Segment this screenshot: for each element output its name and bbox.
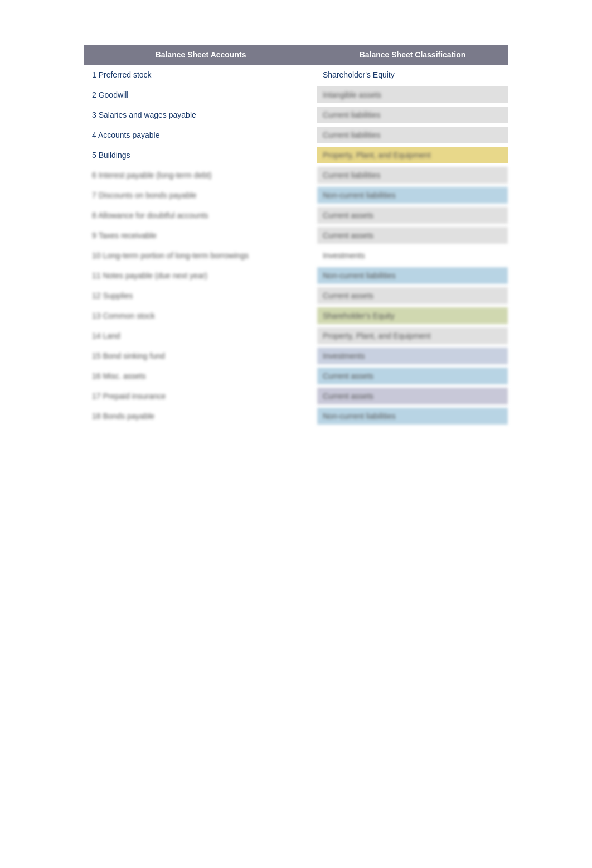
classification-cell-1: Shareholder's Equity xyxy=(317,66,508,83)
classification-cell-13: Shareholder's Equity xyxy=(317,307,508,324)
classification-cell-9: Current assets xyxy=(317,227,508,244)
classification-cell-4: Current liabilities xyxy=(317,127,508,143)
table-row: 17 Prepaid insurance Current assets xyxy=(84,386,508,406)
account-cell-5: 5 Buildings xyxy=(84,147,317,163)
table-header: Balance Sheet Accounts Balance Sheet Cla… xyxy=(84,45,508,65)
table-row: 16 Misc. assets Current assets xyxy=(84,366,508,386)
classification-cell-6: Current liabilities xyxy=(317,167,508,184)
col-account-header: Balance Sheet Accounts xyxy=(84,45,317,65)
table-row: 10 Long-term portion of long-term borrow… xyxy=(84,245,508,266)
classification-cell-11: Non-current liabilities xyxy=(317,267,508,284)
account-cell-9: 9 Taxes receivable xyxy=(84,227,317,244)
table-row: 4 Accounts payable Current liabilities xyxy=(84,125,508,145)
table-row: 14 Land Property, Plant, and Equipment xyxy=(84,326,508,346)
classification-cell-16: Current assets xyxy=(317,368,508,384)
table-row: 2 Goodwill Intangible assets xyxy=(84,85,508,105)
table-row: 12 Supplies Current assets xyxy=(84,286,508,306)
account-cell-13: 13 Common stock xyxy=(84,307,317,324)
table-row: 9 Taxes receivable Current assets xyxy=(84,225,508,245)
classification-cell-7: Non-current liabilities xyxy=(317,187,508,204)
account-cell-15: 15 Bond sinking fund xyxy=(84,348,317,364)
account-cell-12: 12 Supplies xyxy=(84,287,317,304)
table-row: 8 Allowance for doubtful accounts Curren… xyxy=(84,205,508,225)
classification-cell-5: Property, Plant, and Equipment xyxy=(317,147,508,163)
classification-cell-2: Intangible assets xyxy=(317,86,508,103)
classification-cell-17: Current assets xyxy=(317,388,508,404)
page-container: Balance Sheet Accounts Balance Sheet Cla… xyxy=(0,0,592,471)
table-row: 11 Notes payable (due next year) Non-cur… xyxy=(84,266,508,286)
table-row: 1 Preferred stock Shareholder's Equity xyxy=(84,65,508,85)
balance-sheet-table: Balance Sheet Accounts Balance Sheet Cla… xyxy=(84,45,508,426)
account-cell-17: 17 Prepaid insurance xyxy=(84,388,317,404)
account-cell-7: 7 Discounts on bonds payable xyxy=(84,187,317,204)
account-cell-18: 18 Bonds payable xyxy=(84,408,317,425)
account-cell-1: 1 Preferred stock xyxy=(84,66,317,83)
account-cell-16: 16 Misc. assets xyxy=(84,368,317,384)
account-cell-3: 3 Salaries and wages payable xyxy=(84,107,317,123)
classification-cell-18: Non-current liabilities xyxy=(317,408,508,425)
table-row: 6 Interest payable (long-term debt) Curr… xyxy=(84,165,508,185)
table-row: 18 Bonds payable Non-current liabilities xyxy=(84,406,508,426)
table-row: 3 Salaries and wages payable Current lia… xyxy=(84,105,508,125)
account-cell-6: 6 Interest payable (long-term debt) xyxy=(84,167,317,184)
table-row: 7 Discounts on bonds payable Non-current… xyxy=(84,185,508,205)
account-cell-8: 8 Allowance for doubtful accounts xyxy=(84,207,317,224)
classification-cell-15: Investments xyxy=(317,348,508,364)
classification-cell-3: Current liabilities xyxy=(317,107,508,123)
account-cell-14: 14 Land xyxy=(84,327,317,344)
account-cell-11: 11 Notes payable (due next year) xyxy=(84,267,317,284)
account-cell-2: 2 Goodwill xyxy=(84,86,317,103)
table-row: 15 Bond sinking fund Investments xyxy=(84,346,508,366)
table-row: 5 Buildings Property, Plant, and Equipme… xyxy=(84,145,508,165)
table-row: 13 Common stock Shareholder's Equity xyxy=(84,306,508,326)
classification-cell-8: Current assets xyxy=(317,207,508,224)
account-cell-10: 10 Long-term portion of long-term borrow… xyxy=(84,247,317,264)
classification-cell-12: Current assets xyxy=(317,287,508,304)
col-classification-header: Balance Sheet Classification xyxy=(317,45,508,65)
classification-cell-14: Property, Plant, and Equipment xyxy=(317,327,508,344)
account-cell-4: 4 Accounts payable xyxy=(84,127,317,143)
classification-cell-10: Investments xyxy=(317,247,508,264)
